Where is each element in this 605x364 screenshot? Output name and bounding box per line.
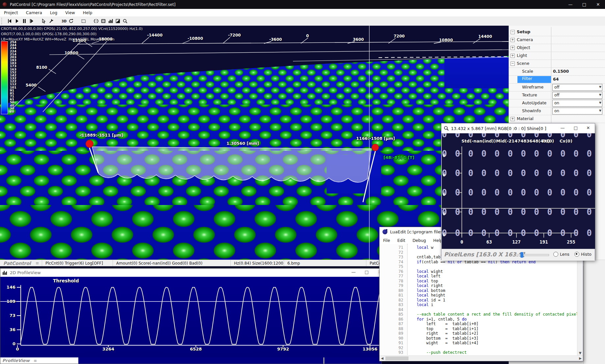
setup-row-material[interactable]: +Material <box>509 115 605 123</box>
code-line[interactable]: 89 right = tablab[i+2] <box>380 331 578 336</box>
close-icon[interactable]: ✕ <box>583 125 593 131</box>
menu-project[interactable]: Project <box>0 9 22 16</box>
histo-radio[interactable]: Histo <box>574 252 592 257</box>
maximize-icon[interactable]: □ <box>362 270 372 276</box>
setup-row-filter[interactable]: Filter64 <box>509 75 605 84</box>
pixel-value: 0 <box>556 207 569 217</box>
code-line[interactable]: 93 --push detectrect <box>380 350 578 355</box>
menu-log[interactable]: Log <box>46 9 61 16</box>
mirror-icon[interactable] <box>92 17 100 25</box>
maximize-icon[interactable]: □ <box>577 0 591 9</box>
code-line[interactable]: 76local wight <box>380 269 578 274</box>
pause-icon[interactable] <box>21 17 28 25</box>
minimize-icon[interactable]: — <box>564 0 577 9</box>
radio-icon[interactable] <box>553 252 558 257</box>
3d-viewport[interactable]: CROT(46.00,0.00,0.00) CPOS(-21.00,-812.0… <box>0 26 509 260</box>
menu-help[interactable]: Help <box>79 9 96 16</box>
slider-thumb[interactable] <box>520 252 523 258</box>
expand-icon[interactable]: + <box>511 54 515 58</box>
setup-row-scale[interactable]: Scale0.1500 <box>509 67 605 76</box>
code-line[interactable]: 83local i <box>380 302 578 307</box>
step-forward-icon[interactable] <box>28 17 35 25</box>
code-line[interactable]: 80local bottom <box>380 288 578 293</box>
collapse-icon[interactable]: − <box>511 62 515 66</box>
code-editor[interactable]: 71local w7273cntlab,tabl74if(cntlab == n… <box>380 244 578 356</box>
axis-tick-label: 0 <box>0 341 15 346</box>
scroll-left-icon[interactable]: ◀ <box>380 356 385 361</box>
setup-row-camera[interactable]: +Camera <box>509 36 605 44</box>
code-line[interactable]: 90 bottom = tablab[i+3] <box>380 336 578 341</box>
collapse-icon[interactable]: − <box>511 30 515 34</box>
toolbar-grip[interactable] <box>1 18 4 24</box>
pixellens-titlebar[interactable]: 13.432 x 5.867 [mm] RGB[0 :0 : 0] Shine[… <box>441 123 595 134</box>
menu-edit[interactable]: Edit <box>394 238 409 243</box>
scrollbar-thumb[interactable] <box>385 356 408 360</box>
select-arrow-icon[interactable] <box>40 17 48 25</box>
dropdown-showinfo[interactable]: on▼ <box>552 108 602 115</box>
maximize-icon[interactable]: □ <box>570 125 581 131</box>
code-line[interactable]: 86for i=1, cntlab, 5 do <box>380 317 578 322</box>
setup-row-texture[interactable]: Textureoff▼ <box>509 91 605 99</box>
close-icon[interactable]: ✕ <box>591 0 605 9</box>
wrench-icon[interactable] <box>48 17 55 25</box>
lens-size-slider[interactable] <box>515 254 549 256</box>
expand-icon[interactable]: + <box>511 117 515 121</box>
crop-frame-icon[interactable] <box>100 17 107 25</box>
lens-radio[interactable]: Lens <box>553 252 569 257</box>
expand-icon[interactable]: + <box>511 46 515 50</box>
expand-icon[interactable]: + <box>511 38 515 42</box>
contrast-icon[interactable] <box>114 17 121 25</box>
vertical-scrollbar[interactable]: ▼ <box>577 244 583 356</box>
code-line[interactable]: 85--each table content a rect and the fi… <box>380 312 578 317</box>
horizontal-scrollbar[interactable]: ◀ ▶ <box>380 355 583 361</box>
setup-row-showinfo[interactable]: ShowInfoon▼ <box>509 107 605 115</box>
dropdown-wireframe[interactable]: off▼ <box>552 84 602 91</box>
menu-file[interactable]: File <box>380 238 394 243</box>
profile-plot[interactable]: Threshold 14610973360032646528979213056 <box>0 277 381 357</box>
3d-icon[interactable]: 3D <box>60 17 67 25</box>
code-line[interactable]: 92 <box>380 346 578 351</box>
setup-row-object[interactable]: +Object <box>509 44 605 52</box>
minimize-icon[interactable]: — <box>349 270 358 276</box>
chevron-down-icon[interactable]: ▼ <box>599 85 601 89</box>
chevron-down-icon[interactable]: ▼ <box>599 101 601 104</box>
minimize-icon[interactable]: — <box>557 125 568 131</box>
chevron-down-icon[interactable]: ▼ <box>599 93 601 96</box>
code-line[interactable]: 82local id = 1 <box>380 298 578 303</box>
property-value[interactable]: 64 <box>553 77 559 82</box>
pixellens-canvas[interactable]: 0000000000000000000000000000000000000000… <box>441 133 595 249</box>
main-titlebar[interactable]: PatControl [C:\Program Files\FlexxVision… <box>0 0 605 9</box>
menu-camera[interactable]: Camera <box>22 9 46 16</box>
code-line[interactable]: 88 top = tablab[i+1] <box>380 326 578 331</box>
code-line[interactable]: 77local left <box>380 274 578 279</box>
code-line[interactable]: 84 <box>380 307 578 312</box>
code-line[interactable]: 87 left = tablab[i+0] <box>380 322 578 326</box>
code-line[interactable]: 79local right <box>380 283 578 288</box>
code-line[interactable]: 91 wight = tablab[i+4] <box>380 341 578 346</box>
histogram-icon[interactable] <box>107 17 114 25</box>
menu-view[interactable]: View <box>61 9 79 16</box>
dropdown-autoupdate[interactable]: on▼ <box>552 100 602 107</box>
dropdown-texture[interactable]: off▼ <box>552 92 602 99</box>
property-value[interactable]: 0.1500 <box>553 69 569 74</box>
scroll-down-icon[interactable]: ▼ <box>577 351 583 356</box>
setup-row-setup[interactable]: −Setup <box>509 28 605 36</box>
radio-selected-icon[interactable] <box>574 252 579 257</box>
menu-debug[interactable]: Debug <box>409 238 430 243</box>
setup-row-wireframe[interactable]: Wireframeoff▼ <box>509 83 605 91</box>
selection-rect-icon[interactable] <box>80 17 87 25</box>
setup-row-light[interactable]: +Light <box>509 52 605 60</box>
code-line[interactable]: 78local top <box>380 279 578 284</box>
play-icon[interactable] <box>13 17 21 25</box>
step-backward-icon[interactable] <box>6 17 13 25</box>
scroll-right-icon[interactable]: ▶ <box>578 356 583 361</box>
statusbar-section: Amount(0) Score(-nan(ind)) Good(0) Bad(0… <box>113 260 231 266</box>
chevron-down-icon[interactable]: ▼ <box>599 109 601 112</box>
rotate-icon[interactable] <box>67 17 75 25</box>
zoom-icon[interactable] <box>121 17 129 25</box>
code-line[interactable]: 75 <box>380 264 578 269</box>
setup-row-autoupdate[interactable]: AutoUpdateon▼ <box>509 99 605 107</box>
setup-row-scene[interactable]: −Scene <box>509 60 605 68</box>
profile-view-titlebar[interactable]: 2D ProfileView — □ ✕ <box>0 269 381 277</box>
code-line[interactable]: 81local height <box>380 293 578 298</box>
